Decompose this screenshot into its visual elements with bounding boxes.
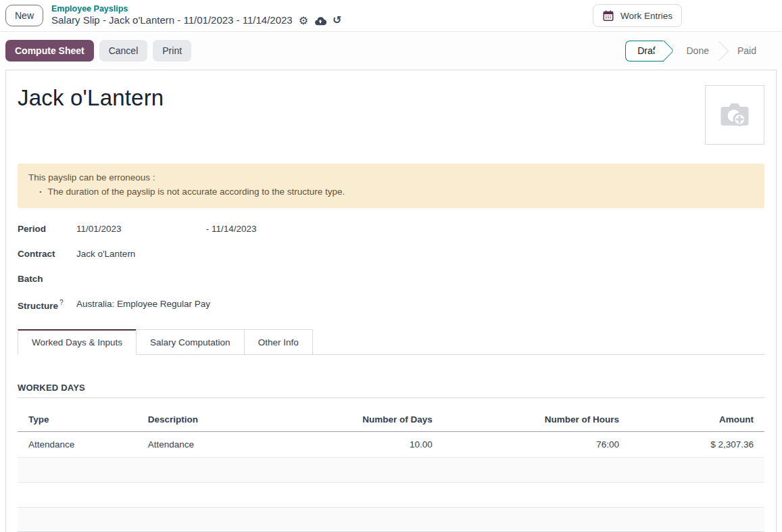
top-header: New Employee Payslips Salary Slip - Jack… bbox=[0, 0, 782, 32]
undo-icon[interactable]: ↺ bbox=[333, 15, 341, 26]
cancel-button[interactable]: Cancel bbox=[99, 40, 148, 62]
worked-days-section-title: WORKED DAYS bbox=[18, 383, 764, 398]
chevron-separator-icon bbox=[720, 41, 727, 62]
tab-other-info[interactable]: Other Info bbox=[244, 329, 313, 354]
print-button[interactable]: Print bbox=[153, 40, 191, 62]
warning-item: The duration of the payslip is not accur… bbox=[28, 185, 754, 199]
contract-label: Contract bbox=[18, 247, 76, 259]
notebook-tabs: Worked Days & Inputs Salary Computation … bbox=[18, 329, 764, 355]
payslip-form-sheet: Jack o'Lantern This payslip can be erron… bbox=[5, 70, 777, 532]
col-number-of-days[interactable]: Number of Days bbox=[331, 408, 443, 432]
col-description[interactable]: Description bbox=[137, 408, 331, 432]
work-entries-label: Work Entries bbox=[620, 11, 673, 21]
col-amount[interactable]: Amount bbox=[630, 408, 764, 432]
cell-amount[interactable]: $ 2,307.36 bbox=[630, 431, 764, 457]
status-step-draft[interactable]: Draft bbox=[625, 41, 663, 62]
worked-days-table: Type Description Number of Days Number o… bbox=[18, 408, 764, 532]
period-from-field[interactable]: 11/01/2023 bbox=[76, 224, 203, 234]
tab-worked-days-inputs[interactable]: Worked Days & Inputs bbox=[18, 329, 137, 355]
worked-days-pane: WORKED DAYS Type Description Number of D… bbox=[18, 355, 764, 532]
status-step-paid[interactable]: Paid bbox=[727, 41, 767, 62]
record-title: Salary Slip - Jack o'Lantern - 11/01/202… bbox=[51, 14, 293, 27]
field-batch: Batch bbox=[18, 272, 764, 297]
breadcrumb-parent-link[interactable]: Employee Payslips bbox=[51, 4, 341, 15]
page-title[interactable]: Jack o'Lantern bbox=[18, 85, 764, 111]
cell-description[interactable]: Attendance bbox=[137, 431, 331, 457]
col-type[interactable]: Type bbox=[18, 408, 137, 432]
avatar[interactable] bbox=[705, 85, 764, 145]
field-contract: Contract Jack o'Lantern bbox=[18, 247, 764, 272]
period-label: Period bbox=[18, 222, 76, 234]
action-bar: Compute Sheet Cancel Print Draft Done Pa… bbox=[0, 32, 782, 70]
col-number-of-hours[interactable]: Number of Hours bbox=[443, 408, 630, 432]
field-period: Period 11/01/2023 - 11/14/2023 bbox=[18, 222, 764, 247]
cell-days[interactable]: 10.00 bbox=[331, 431, 443, 457]
camera-plus-icon bbox=[715, 95, 754, 135]
cell-type[interactable]: Attendance bbox=[18, 431, 137, 457]
help-icon[interactable]: ? bbox=[59, 299, 64, 306]
payslip-warning-banner: This payslip can be erroneous : The dura… bbox=[18, 164, 764, 208]
structure-field[interactable]: Australia: Employee Regular Pay bbox=[76, 297, 764, 309]
warning-item-text: The duration of the payslip is not accur… bbox=[48, 185, 345, 199]
gear-icon[interactable]: ⚙ bbox=[299, 16, 308, 26]
cell-hours[interactable]: 76:00 bbox=[443, 431, 630, 457]
table-header-row: Type Description Number of Days Number o… bbox=[18, 408, 764, 432]
empty-row bbox=[18, 457, 764, 482]
tab-salary-computation[interactable]: Salary Computation bbox=[136, 329, 245, 354]
batch-label: Batch bbox=[18, 272, 76, 284]
batch-field[interactable] bbox=[76, 272, 764, 274]
empty-row bbox=[18, 507, 764, 532]
form-fields: Period 11/01/2023 - 11/14/2023 Contract … bbox=[18, 222, 764, 322]
status-steps: Draft Done Paid bbox=[625, 41, 767, 62]
period-to-field[interactable]: - 11/14/2023 bbox=[206, 224, 257, 234]
structure-label: Structure? bbox=[18, 297, 76, 311]
work-entries-button[interactable]: Work Entries bbox=[593, 4, 682, 27]
contract-field[interactable]: Jack o'Lantern bbox=[76, 247, 764, 259]
new-button[interactable]: New bbox=[5, 5, 43, 26]
field-structure: Structure? Australia: Employee Regular P… bbox=[18, 297, 764, 322]
empty-row bbox=[18, 482, 764, 507]
title-row: Jack o'Lantern bbox=[18, 85, 764, 158]
cloud-save-icon[interactable] bbox=[314, 16, 326, 26]
table-row[interactable]: Attendance Attendance 10.00 76:00 $ 2,30… bbox=[18, 431, 764, 457]
breadcrumb: Employee Payslips Salary Slip - Jack o'L… bbox=[51, 4, 341, 27]
calendar-icon bbox=[602, 9, 614, 22]
compute-sheet-button[interactable]: Compute Sheet bbox=[5, 40, 94, 62]
warning-title: This payslip can be erroneous : bbox=[28, 171, 754, 185]
